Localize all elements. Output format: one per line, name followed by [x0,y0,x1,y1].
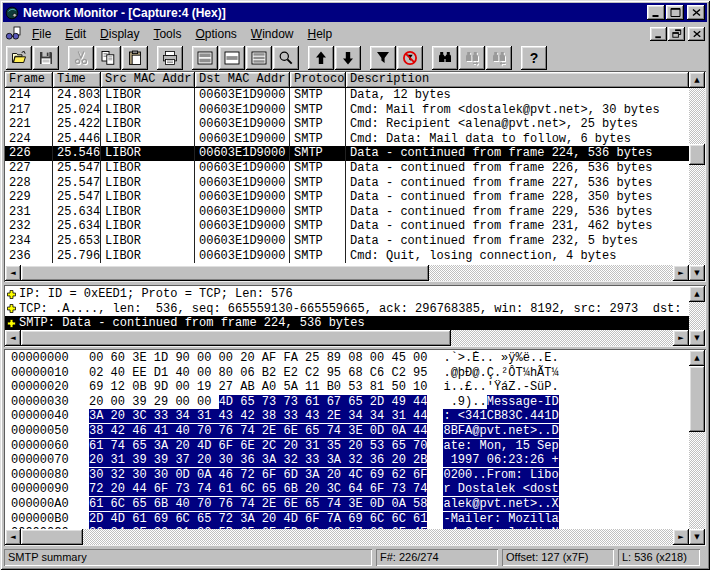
minimize-button[interactable] [647,5,665,20]
menu-file[interactable]: File [25,25,58,43]
maximize-button[interactable] [666,5,684,20]
capture-window-icon[interactable] [5,26,21,41]
pane-detail-button[interactable] [219,46,245,70]
frame-row[interactable]: 21725.024LIBOR00603E1D9000SMTPCmd: Mail … [5,103,689,118]
scrollbar-thumb[interactable] [21,330,451,346]
scrollbar-thumb[interactable] [21,529,83,545]
cell: Data, 12 bytes [346,88,689,103]
cell: 00603E1D9000 [195,146,290,161]
hex-row[interactable]: 0000008030 32 30 30 0D 0A 46 72 6F 6D 3A… [5,468,689,483]
hex-row[interactable]: 000000B02D 4D 61 69 6C 65 72 3A 20 4D 6F… [5,512,689,527]
frame-row[interactable]: 23625.796LIBOR00603E1D9000SMTPCmd: Quit,… [5,249,689,264]
hex-offset: 00000070 [11,453,83,468]
detail-horizontal-scrollbar[interactable]: ◄ ► [5,330,689,346]
hex-horizontal-scrollbar[interactable]: ◄ ► [5,529,689,545]
hex-bytes: 20 31 39 39 37 20 30 36 3A 32 33 3A 32 3… [89,453,427,468]
menu-help[interactable]: Help [301,25,340,43]
hex-row[interactable]: 0000002069 12 0B 9D 00 19 27 AB A0 5A 11… [5,380,689,395]
detail-line-tcp[interactable]: TCP: .A...., len: 536, seq: 665559130-66… [5,302,689,317]
menu-display[interactable]: Display [93,25,146,43]
scroll-down-icon[interactable]: ▼ [689,330,705,346]
open-capture-button[interactable] [6,46,32,70]
copy-button[interactable] [95,46,121,70]
detail-line-ip[interactable]: IP: ID = 0xEED1; Proto = TCP; Len: 576 [5,287,689,302]
close-button[interactable] [687,5,705,20]
scrollbar-thumb[interactable] [21,265,429,281]
pane-summary-button[interactable] [192,46,218,70]
scroll-right-icon[interactable]: ► [673,330,689,346]
cancel-filter-button[interactable] [397,46,423,70]
scroll-left-icon[interactable]: ◄ [5,265,21,281]
hex-row[interactable]: 0000005038 42 46 41 40 70 76 74 2E 6E 65… [5,424,689,439]
scroll-right-icon[interactable]: ► [673,265,689,281]
hex-row[interactable]: 0000006061 74 65 3A 20 4D 6F 6E 2C 20 31… [5,439,689,454]
find-next-icon [464,50,480,66]
expand-plus-icon[interactable] [7,319,16,328]
column-header-time[interactable]: Time [53,72,101,88]
cell: 00603E1D9000 [195,249,290,264]
scroll-up-icon[interactable]: ▲ [689,72,705,88]
cell: LIBOR [101,249,195,264]
frame-row[interactable]: 22725.547LIBOR00603E1D9000SMTPData - con… [5,161,689,176]
hex-row[interactable]: 000000A061 6C 65 6B 40 70 76 74 2E 6E 65… [5,497,689,512]
help-button[interactable]: ? [521,46,547,70]
save-capture-button[interactable] [33,46,59,70]
summary-vertical-scrollbar[interactable]: ▲ ▼ [689,72,705,281]
detail-line-smtp[interactable]: SMTP: Data - continued from frame 224, 5… [5,316,689,330]
zoom-pane-button[interactable] [273,46,299,70]
frame-row[interactable]: 22925.547LIBOR00603E1D9000SMTPData - con… [5,190,689,205]
hex-row[interactable]: 0000003020 00 39 29 00 00 4D 65 73 73 61… [5,395,689,410]
hex-row[interactable]: 0000001002 40 EE D1 40 00 80 06 B2 E2 C2… [5,366,689,381]
expand-plus-icon[interactable] [7,304,16,313]
frame-row[interactable]: 22425.446LIBOR00603E1D9000SMTPCmd: Data:… [5,132,689,147]
summary-horizontal-scrollbar[interactable]: ◄ ► [5,265,689,281]
mdi-restore-button[interactable] [668,27,685,41]
menu-tools[interactable]: Tools [146,25,188,43]
frame-row[interactable]: 22625.546LIBOR00603E1D9000SMTPData - con… [5,146,689,161]
column-header-frame[interactable]: Frame [5,72,53,88]
menu-window[interactable]: Window [244,25,301,43]
hex-vertical-scrollbar[interactable]: ▲ ▼ [689,350,705,545]
pane-hex-button[interactable] [246,46,272,70]
frame-row[interactable]: 23425.653LIBOR00603E1D9000SMTPData - con… [5,234,689,249]
mdi-minimize-button[interactable] [650,27,667,41]
prev-frame-button[interactable] [308,46,334,70]
hex-bytes: 20 00 39 29 00 00 4D 65 73 73 61 67 65 2… [89,395,427,410]
detail-vertical-scrollbar[interactable]: ▲ ▼ [689,286,705,346]
column-header-description[interactable]: Description [346,72,689,88]
frame-row[interactable]: 22825.547LIBOR00603E1D9000SMTPData - con… [5,176,689,191]
paste-button[interactable] [122,46,148,70]
frame-row[interactable]: 21424.803LIBOR00603E1D9000SMTPData, 12 b… [5,88,689,103]
scroll-left-icon[interactable]: ◄ [5,330,21,346]
scroll-left-icon[interactable]: ◄ [5,529,21,545]
scroll-up-icon[interactable]: ▲ [689,350,705,366]
column-header-protocol[interactable]: Protocol [290,72,346,88]
menu-edit[interactable]: Edit [58,25,93,43]
mdi-close-button[interactable] [688,27,705,41]
filter-button[interactable] [370,46,396,70]
scroll-right-icon[interactable]: ► [673,529,689,545]
expand-plus-icon[interactable] [7,290,16,299]
scrollbar-thumb[interactable] [689,144,705,165]
scroll-up-icon[interactable]: ▲ [689,286,705,302]
hex-row[interactable]: 000000403A 20 3C 33 34 31 43 42 38 33 43… [5,409,689,424]
hex-row[interactable]: 0000007020 31 39 39 37 20 30 36 3A 32 33… [5,453,689,468]
hex-offset: 000000B0 [11,512,83,527]
frame-row[interactable]: 23125.634LIBOR00603E1D9000SMTPData - con… [5,205,689,220]
next-frame-button[interactable] [335,46,361,70]
menu-options[interactable]: Options [188,25,243,43]
hex-row[interactable]: 0000000000 60 3E 1D 90 00 00 20 AF FA 25… [5,351,689,366]
app-icon[interactable] [5,6,19,20]
frame-row[interactable]: 23225.634LIBOR00603E1D9000SMTPData - con… [5,219,689,234]
column-header-dst-mac-addr[interactable]: Dst MAC Addr [195,72,290,88]
hex-row[interactable]: 0000009072 20 44 6F 73 74 61 6C 65 6B 20… [5,482,689,497]
scrollbar-thumb[interactable] [689,366,705,432]
mdi-close-icon [691,28,703,40]
column-header-src-mac-addr[interactable]: Src MAC Addr [101,72,195,88]
statusbar: SMTP summary F#: 226/274 Offset: 127 (x7… [3,548,707,567]
frame-row[interactable]: 22125.422LIBOR00603E1D9000SMTPCmd: Recip… [5,117,689,132]
scroll-down-icon[interactable]: ▼ [689,529,705,545]
print-button[interactable] [157,46,183,70]
find-frame-button[interactable] [432,46,458,70]
scroll-down-icon[interactable]: ▼ [689,265,705,281]
